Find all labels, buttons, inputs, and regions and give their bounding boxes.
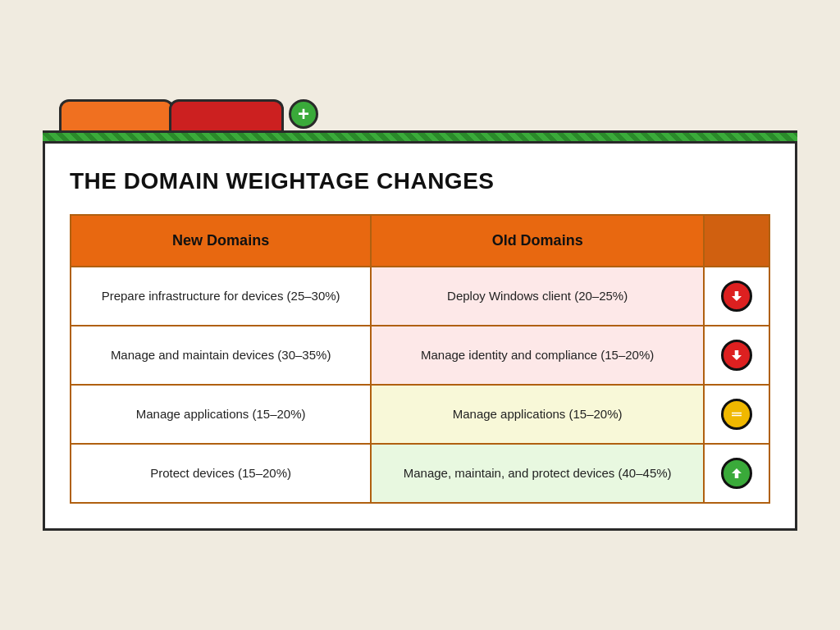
cell-old-domain: Manage, maintain, and protect devices (4… xyxy=(371,444,704,503)
arrow-down-icon xyxy=(721,340,752,371)
cell-new-domain: Prepare infrastructure for devices (25–3… xyxy=(71,267,371,326)
arrow-up-icon xyxy=(721,458,752,489)
main-card: THE DOMAIN WEIGHTAGE CHANGES New Domains… xyxy=(43,144,797,531)
domain-table: New Domains Old Domains Prepare infrastr… xyxy=(70,214,770,504)
header-change xyxy=(704,215,769,267)
cell-old-domain: Manage applications (15–20%) xyxy=(371,385,704,444)
green-stripe xyxy=(43,130,797,144)
cell-change-icon xyxy=(704,444,769,503)
page-title: THE DOMAIN WEIGHTAGE CHANGES xyxy=(70,168,770,194)
cell-change-icon xyxy=(704,267,769,326)
tab-plus-button[interactable]: + xyxy=(289,99,318,129)
equal-icon xyxy=(721,399,752,430)
tab-orange[interactable] xyxy=(59,99,174,130)
header-old-domains: Old Domains xyxy=(371,215,704,267)
cell-old-domain: Deploy Windows client (20–25%) xyxy=(371,267,704,326)
cell-new-domain: Manage applications (15–20%) xyxy=(71,385,371,444)
outer-wrapper: + THE DOMAIN WEIGHTAGE CHANGES New Domai… xyxy=(43,99,797,531)
table-row: Prepare infrastructure for devices (25–3… xyxy=(71,267,769,326)
table-header-row: New Domains Old Domains xyxy=(71,215,769,267)
cell-old-domain: Manage identity and compliance (15–20%) xyxy=(371,326,704,385)
table-row: Manage applications (15–20%)Manage appli… xyxy=(71,385,769,444)
header-new-domains: New Domains xyxy=(71,215,371,267)
cell-new-domain: Manage and maintain devices (30–35%) xyxy=(71,326,371,385)
table-row: Manage and maintain devices (30–35%)Mana… xyxy=(71,326,769,385)
arrow-down-icon xyxy=(721,281,752,312)
cell-change-icon xyxy=(704,385,769,444)
cell-new-domain: Protect devices (15–20%) xyxy=(71,444,371,503)
tab-red[interactable] xyxy=(169,99,284,130)
table-row: Protect devices (15–20%)Manage, maintain… xyxy=(71,444,769,503)
tabs-bar: + xyxy=(43,99,797,130)
cell-change-icon xyxy=(704,326,769,385)
